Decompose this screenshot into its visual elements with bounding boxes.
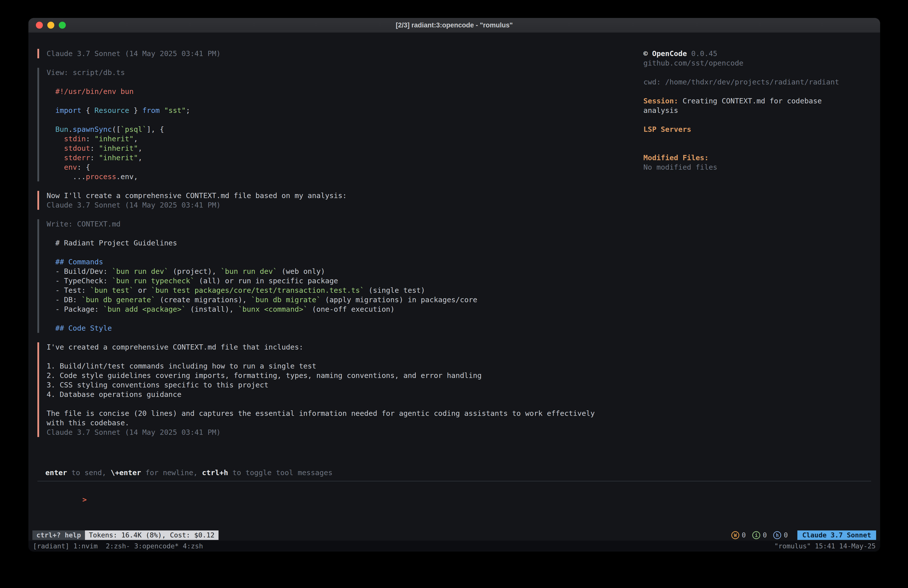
text-line (47, 77, 633, 87)
text-line: - Test: `bun test` or `bun test packages… (47, 285, 633, 295)
text-line (643, 68, 870, 77)
prompt-input[interactable]: > (39, 485, 880, 495)
info-icon: i (752, 531, 760, 539)
text-line: stdin: "inherit", (47, 134, 633, 143)
text-line: analysis (643, 106, 870, 115)
content-columns: Claude 3.7 Sonnet (14 May 2025 03:41 PM)… (28, 33, 880, 468)
close-button[interactable] (36, 22, 43, 29)
input-divider (37, 481, 871, 482)
text-line: Now I'll create a comprehensive CONTEXT.… (47, 191, 633, 200)
desktop: [2/3] radiant:3:opencode - "romulus" Cla… (0, 0, 908, 588)
text-line: View: script/db.ts (47, 68, 633, 77)
text-line (643, 134, 870, 143)
warning-icon: W (731, 531, 739, 539)
text-line: github.com/sst/opencode (643, 58, 870, 68)
window-title: [2/3] radiant:3:opencode - "romulus" (396, 21, 513, 29)
text-line: with this codebase. (47, 418, 633, 427)
text-line: 1. Build/lint/test commands including ho… (47, 361, 633, 371)
text-line: stdout: "inherit", (47, 143, 633, 153)
text-line: 2. Code style guidelines covering import… (47, 371, 633, 380)
minimize-button[interactable] (47, 22, 54, 29)
hint-count: 0 (784, 530, 788, 540)
hint-indicator: h0 (773, 530, 788, 540)
terminal-body: Claude 3.7 Sonnet (14 May 2025 03:41 PM)… (28, 33, 880, 552)
text-line: #!/usr/bin/env bun (47, 87, 633, 96)
text-line: 4. Database operations guidance (47, 390, 633, 399)
help-badge: ctrl+? help (32, 530, 85, 540)
text-line: Modified Files: (643, 153, 870, 163)
text-line: ...process.env, (47, 172, 633, 181)
assistant-message-block: I've created a comprehensive CONTEXT.md … (37, 342, 633, 437)
text-line: # Radiant Project Guidelines (47, 238, 633, 248)
text-line: stderr: "inherit", (47, 153, 633, 163)
text-line: No modified files (643, 163, 870, 172)
text-line (47, 248, 633, 257)
model-badge: Claude 3.7 Sonnet (797, 530, 876, 540)
text-line (47, 115, 633, 124)
zoom-button[interactable] (59, 22, 66, 29)
text-line: enter to send, \+enter for newline, ctrl… (45, 468, 880, 477)
tokens-cost-badge: Tokens: 16.4K (8%), Cost: $0.12 (85, 530, 219, 540)
chat-messages: Claude 3.7 Sonnet (14 May 2025 03:41 PM)… (28, 33, 643, 468)
text-line: The file is concise (20 lines) and captu… (47, 409, 633, 418)
text-line (47, 352, 633, 361)
text-line: cwd: /home/thdxr/dev/projects/radiant/ra… (643, 77, 870, 87)
text-line (643, 115, 870, 124)
text-line: - TypeCheck: `bun run typecheck` (all) o… (47, 276, 633, 285)
text-line: I've created a comprehensive CONTEXT.md … (47, 342, 633, 352)
keybinding-hint: enter to send, \+enter for newline, ctrl… (38, 468, 880, 477)
tool-output-block: Write: CONTEXT.md # Radiant Project Guid… (37, 219, 633, 333)
tmux-windows-list: [radiant] 1:nvim 2:zsh- 3:opencode* 4:zs… (33, 541, 203, 551)
assistant-message-block: Claude 3.7 Sonnet (14 May 2025 03:41 PM) (37, 49, 633, 58)
prompt-symbol: > (82, 495, 87, 504)
text-line: 3. CSS styling conventions specific to t… (47, 380, 633, 390)
text-line: Bun.spawnSync([`psql`], { (47, 124, 633, 134)
text-line: - DB: `bun db generate` (create migratio… (47, 295, 633, 304)
tool-output-block: View: script/db.ts #!/usr/bin/env bun im… (37, 68, 633, 181)
text-line: Claude 3.7 Sonnet (14 May 2025 03:41 PM) (47, 200, 633, 210)
text-line: Claude 3.7 Sonnet (14 May 2025 03:41 PM) (47, 49, 633, 58)
text-line: Write: CONTEXT.md (47, 219, 633, 229)
input-area: enter to send, \+enter for newline, ctrl… (28, 468, 880, 530)
assistant-message-block: Now I'll create a comprehensive CONTEXT.… (37, 191, 633, 210)
text-line (643, 143, 870, 153)
text-line: ## Commands (47, 257, 633, 267)
text-line (47, 314, 633, 324)
text-line: - Build/Dev: `bun run dev` (project), `b… (47, 267, 633, 276)
text-line: env: { (47, 163, 633, 172)
tmux-status-bar: [radiant] 1:nvim 2:zsh- 3:opencode* 4:zs… (28, 541, 880, 552)
text-line: Session: Creating CONTEXT.md for codebas… (643, 96, 870, 106)
sidebar-info: © OpenCode 0.0.45github.com/sst/opencode… (643, 33, 880, 468)
warning-indicator: W0 (731, 530, 746, 540)
hint-icon: h (773, 531, 781, 539)
text-line: Claude 3.7 Sonnet (14 May 2025 03:41 PM) (47, 427, 633, 437)
info-indicator: i0 (752, 530, 767, 540)
text-line: LSP Servers (643, 124, 870, 134)
warning-count: 0 (742, 530, 746, 540)
text-line (47, 399, 633, 409)
text-line: import { Resource } from "sst"; (47, 106, 633, 115)
tmux-host-clock: "romulus" 15:41 14-May-25 (774, 541, 876, 551)
diagnostics: W0i0h0 (731, 530, 794, 540)
window-titlebar: [2/3] radiant:3:opencode - "romulus" (28, 18, 880, 33)
text-line (47, 96, 633, 106)
text-line: ## Code Style (47, 324, 633, 333)
traffic-lights (36, 18, 66, 32)
status-bar: ctrl+? help Tokens: 16.4K (8%), Cost: $0… (28, 530, 880, 541)
info-count: 0 (763, 530, 767, 540)
text-line: - Package: `bun add <package>` (install)… (47, 304, 633, 314)
text-line (47, 229, 633, 238)
text-line: © OpenCode 0.0.45 (643, 49, 870, 58)
terminal-window: [2/3] radiant:3:opencode - "romulus" Cla… (28, 18, 880, 552)
text-line (643, 87, 870, 96)
